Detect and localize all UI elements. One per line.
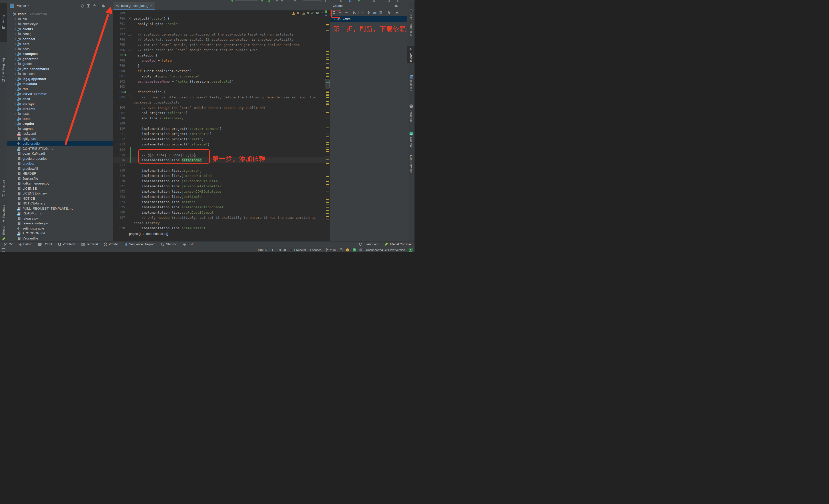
stripe-item-database[interactable]: Database (407, 103, 414, 124)
toolwindow-button-terminal[interactable]: Terminal (81, 243, 98, 246)
tree-item-generator[interactable]: ›generator (7, 57, 113, 62)
status-git-flow[interactable]: Unsupported Git Flow Version (366, 248, 405, 251)
line-number[interactable]: 821 (115, 184, 125, 188)
scrollbar-thumb[interactable] (325, 79, 330, 89)
line-number[interactable]: 827 (115, 216, 125, 220)
code-line-827[interactable]: 827 // only needed transitively, but set… (113, 215, 330, 221)
hide-icon[interactable] (107, 4, 111, 8)
code-line-821[interactable]: 821 implementation libs.jacksonDataforma… (113, 184, 330, 189)
tab-build-gradle[interactable]: build.gradle (kafka) × (113, 2, 155, 9)
line-number[interactable]: 825 (115, 206, 125, 209)
line-number[interactable]: 811 (115, 132, 125, 136)
tree-item-jmh-benchmarks[interactable]: ›jmh-benchmarks (7, 67, 113, 72)
stripe-item-jclasslib[interactable]: jclasslib (407, 73, 414, 93)
fold-marker[interactable]: › (128, 64, 130, 67)
tree-item-kafka[interactable]: ›kafka~/Java/kafka (7, 11, 113, 16)
code-line-799[interactable]: 799› } (113, 63, 330, 69)
code-line-807[interactable]: 807 api project(':clients') (113, 110, 330, 116)
code-line-822[interactable]: 822 implementation libs.jacksonJDK8Datat… (113, 189, 330, 194)
next-issue-icon[interactable]: ⌃ (325, 12, 327, 15)
code-line-795[interactable]: 795 // for the `core` module, this ensur… (113, 42, 330, 47)
tree-item-metadata[interactable]: ›metadata (7, 81, 113, 86)
code-line-801[interactable]: 801 apply plugin: "org.scoverage" (113, 74, 330, 79)
hide-icon[interactable] (401, 4, 405, 8)
run-gradle-elephant-icon[interactable] (352, 10, 357, 15)
code-line-791[interactable]: 791 apply plugin: 'scala' (113, 21, 330, 27)
code-line-wrap[interactable]: scala-library (113, 220, 330, 226)
code-line-811[interactable]: 811 implementation project(':metadata') (113, 131, 330, 137)
tree-item-gradle[interactable]: ›gradle (7, 61, 113, 67)
dependencies-icon[interactable] (379, 10, 383, 15)
line-number[interactable]: 795 (115, 43, 125, 46)
line-number[interactable]: 790 (115, 17, 125, 21)
line-number[interactable]: 805 (115, 95, 125, 99)
status-lock[interactable] (340, 248, 343, 251)
stripe-item-gradle[interactable]: Gradle (407, 46, 414, 63)
stripe-item-key-promoter-x[interactable]: Key Promoter X (407, 7, 414, 38)
line-number[interactable]: 809 (115, 122, 125, 125)
tree-item-build.gradle[interactable]: build.gradle (7, 141, 113, 146)
breadcrumbs[interactable]: project{}›dependencies{} (129, 232, 168, 236)
code-line-804[interactable]: 804− dependencies { (113, 89, 330, 95)
toolwindow-button-todo[interactable]: TODO (38, 243, 52, 246)
tree-item-.gitignore[interactable]: .gitignore (7, 136, 113, 141)
tree-item-gradle.properties[interactable]: gradle.properties (7, 156, 113, 161)
tree-item-NOTICE[interactable]: NOTICE (7, 196, 113, 201)
tree-item-checkstyle[interactable]: ›checkstyle (7, 22, 113, 27)
tree-item-.asf.yaml[interactable]: YML.asf.yaml (7, 131, 113, 136)
chevron-right-icon[interactable]: › (14, 62, 17, 66)
tree-item-config[interactable]: ›config (7, 31, 113, 37)
code-line-790[interactable]: 790−project(':core') { (113, 16, 330, 22)
code-line-810[interactable]: 810 implementation project(':server-comm… (113, 126, 330, 131)
line-number[interactable]: 799 (115, 64, 125, 68)
remove-icon[interactable] (344, 10, 348, 15)
line-number[interactable]: 801 (115, 74, 125, 78)
tree-item-connect[interactable]: ›connect (7, 37, 113, 42)
tree-item-licenses[interactable]: ›licenses (7, 71, 113, 76)
gear-icon[interactable] (101, 4, 105, 8)
chevron-right-icon[interactable]: › (14, 22, 17, 26)
code-line-802[interactable]: 802 archivesBaseName = "kafka_${versions… (113, 79, 330, 84)
code-line-792[interactable]: 792 (113, 27, 330, 32)
gear-icon[interactable] (394, 4, 398, 8)
code-line-800[interactable]: 800 if (userEnableTestCoverage) (113, 69, 330, 74)
status-updates[interactable]: ↓ (346, 248, 349, 251)
run-gutter-icon[interactable] (125, 54, 127, 57)
toolwindow-toggle-icon[interactable] (2, 248, 5, 251)
line-number[interactable]: 793 (115, 32, 125, 36)
line-number[interactable]: 824 (115, 200, 125, 204)
stripe-item-structure[interactable]: Structure (0, 176, 7, 202)
chevron-right-icon[interactable]: › (14, 112, 17, 115)
toolwindow-button-event-log[interactable]: Event Log (359, 243, 377, 246)
code-line-823[interactable]: 823 implementation libs.joptSimple (113, 194, 330, 200)
tree-item-README.md[interactable]: MDREADME.md (7, 211, 113, 216)
tree-item-core[interactable]: ›core (7, 41, 113, 46)
toolwindow-button-jrebel-console[interactable]: JRebel Console (384, 243, 411, 246)
toolwindow-button-sequence-diagram[interactable]: Sequence Diagram (124, 243, 155, 246)
toolwindow-button-build[interactable]: Build (182, 243, 194, 246)
wrench-icon[interactable] (395, 10, 399, 15)
status-caret-position[interactable]: 816:35 (258, 248, 267, 251)
fold-marker[interactable]: › (128, 106, 130, 108)
tree-item-tests[interactable]: ›tests (7, 111, 113, 116)
tree-item-raft[interactable]: ›raft (7, 86, 113, 92)
tree-item-release_notes.py[interactable]: release_notes.py (7, 221, 113, 226)
code-line-808[interactable]: 808 api libs.scalaLibrary (113, 115, 330, 121)
tree-item-doap_Kafka.rdf[interactable]: doap_Kafka.rdf (7, 151, 113, 156)
breadcrumb-0[interactable]: project{} (129, 232, 141, 236)
code-line-798[interactable]: 798 enabled = false (113, 58, 330, 63)
code-line-803[interactable]: 803 (113, 84, 330, 89)
line-number[interactable]: 800 (115, 69, 125, 73)
line-number[interactable]: 826 (115, 211, 125, 214)
code-line-812[interactable]: 812 implementation project(':raft') (113, 137, 330, 142)
stripe-item-restservices[interactable]: RestServices (407, 154, 414, 175)
tree-item-log4j-appender[interactable]: ›log4j-appender (7, 76, 113, 81)
stripe-item-jrebel[interactable]: JRebel (0, 225, 7, 242)
fold-marker[interactable]: − (128, 96, 131, 98)
collapse-all-icon[interactable] (93, 4, 96, 8)
tree-item-settings.gradle[interactable]: settings.gradle (7, 226, 113, 231)
fold-marker[interactable]: › (128, 48, 130, 51)
offline-mode-icon[interactable] (387, 10, 391, 15)
chevron-right-icon[interactable]: › (14, 32, 17, 36)
line-number[interactable]: 822 (115, 190, 125, 193)
